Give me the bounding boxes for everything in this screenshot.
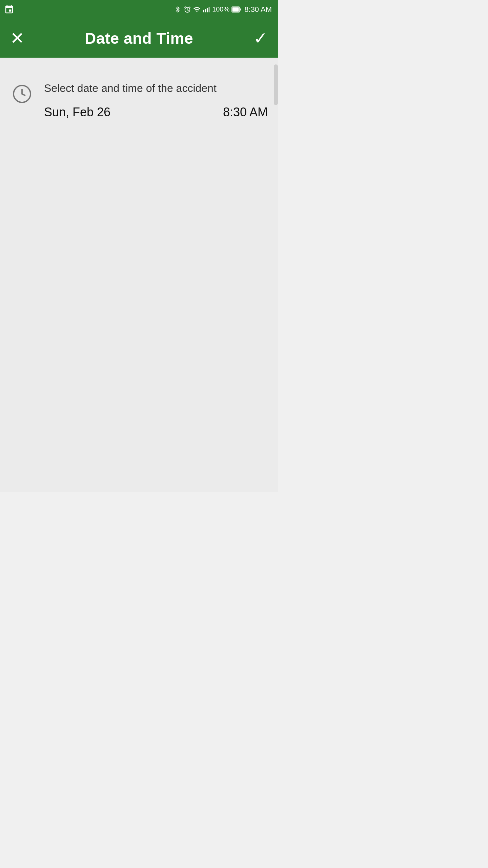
date-value: Sun, Feb 26: [44, 105, 110, 119]
wifi-icon: [193, 6, 201, 13]
status-bar-right: 100% 8:30 AM: [174, 5, 272, 14]
svg-rect-2: [207, 8, 208, 12]
svg-rect-6: [240, 8, 241, 11]
svg-rect-1: [205, 9, 206, 12]
app-bar: ✕ Date and Time ✓: [0, 19, 278, 58]
battery-icon: [231, 6, 241, 13]
row-values: Sun, Feb 26 8:30 AM: [44, 105, 268, 119]
date-time-content: Select date and time of the accident Sun…: [44, 81, 268, 119]
row-label: Select date and time of the accident: [44, 81, 268, 96]
bluetooth-icon: [174, 6, 182, 13]
signal-icon: [203, 6, 210, 13]
status-bar: 100% 8:30 AM: [0, 0, 278, 19]
status-time: 8:30 AM: [244, 5, 272, 14]
confirm-button[interactable]: ✓: [253, 30, 268, 47]
alarm-icon: [184, 6, 191, 13]
clock-icon-svg: [12, 84, 32, 104]
svg-rect-0: [203, 9, 204, 12]
page-title: Date and Time: [85, 29, 193, 47]
svg-rect-3: [209, 7, 210, 12]
svg-rect-5: [232, 7, 239, 12]
date-time-row[interactable]: Select date and time of the accident Sun…: [0, 71, 278, 130]
battery-percent: 100%: [212, 5, 229, 13]
notification-icon: [4, 4, 14, 15]
status-bar-left: [4, 4, 14, 15]
cancel-button[interactable]: ✕: [10, 30, 24, 47]
scroll-indicator: [274, 64, 278, 105]
time-value: 8:30 AM: [223, 105, 268, 119]
main-content: Select date and time of the accident Sun…: [0, 58, 278, 492]
clock-icon: [10, 82, 34, 106]
